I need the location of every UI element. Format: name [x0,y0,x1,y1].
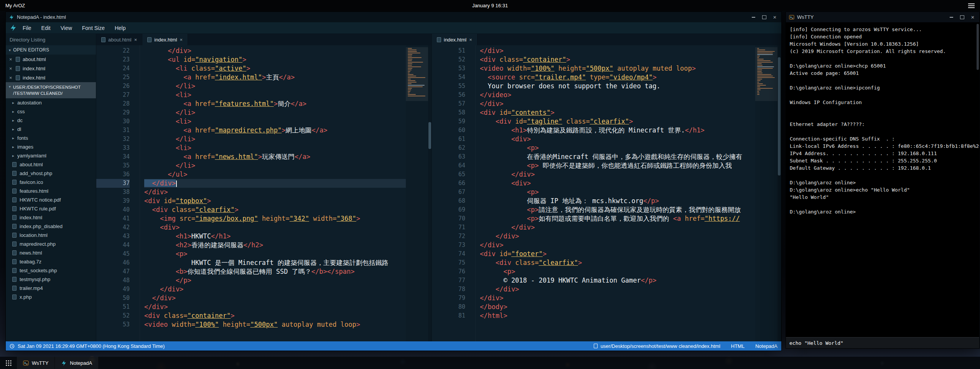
code-line[interactable]: <p> [480,188,755,197]
code-line[interactable]: <a href="mapredirect.php">網上地圖</a> [144,126,406,135]
code-line[interactable]: <div id="contents"> [480,108,755,117]
tree-file-item[interactable]: HKWTC rule.pdf [6,204,96,213]
notepada-minimize-button[interactable] [750,15,757,20]
tree-folder-item[interactable]: ▸dc [6,116,96,125]
open-editor-item[interactable]: ×index.html [6,64,96,73]
code-line[interactable]: <p>請注意，我們的伺服器為確保玩家及遊玩時的質素，我們對的服務開放 [480,205,755,214]
notepada-close-button[interactable]: × [771,15,778,20]
code-line[interactable]: </li> [144,161,406,170]
code-line[interactable]: <video width="100%" height="500px" autop… [480,64,755,73]
menu-item-help[interactable]: Help [110,23,131,33]
open-editor-item[interactable]: ×index.html [6,73,96,82]
tree-file-item[interactable]: trailer.mp4 [6,284,96,293]
code-line[interactable]: <div id="footer"> [480,250,755,258]
tree-file-item[interactable]: index.html [6,213,96,222]
code-line[interactable]: <div class="clearfix"> [144,205,406,214]
code-line[interactable]: </div> [480,241,755,250]
tree-folder-item[interactable]: ▸css [6,107,96,116]
code-line[interactable]: <p> [144,250,406,258]
left-minimap[interactable] [406,45,428,341]
code-line[interactable]: </p> [144,276,406,285]
hamburger-menu-icon[interactable] [968,5,975,6]
wstty-maximize-button[interactable] [959,15,965,20]
code-line[interactable]: <div class="container"> [144,311,406,320]
code-line[interactable]: <p> 即使你不是建築師，你也能透過紅石師或鐵路工程師的身份加入我 [480,161,755,170]
wstty-titlebar[interactable]: WsTTY × [786,12,979,22]
terminal-input[interactable] [789,340,976,346]
code-line[interactable]: 在香港的Minecraft 伺服器中，多為小遊戲和純生存的伺服器，較少擁有 [480,152,755,161]
menu-item-view[interactable]: View [56,23,77,33]
editor-tab-about.html[interactable]: about.html× [96,34,142,45]
code-line[interactable]: <h1>特別為建築及鐵路而設，現代化的 Minecraft 世界.</h1> [480,126,755,135]
tree-file-item[interactable]: features.html [6,187,96,195]
code-line[interactable]: </div> [144,285,406,294]
wstty-minimize-button[interactable] [948,15,955,20]
code-line[interactable]: <li class="active"> [144,64,406,73]
scrollbar-thumb[interactable] [428,122,431,149]
notepada-titlebar[interactable]: NotepadA - index.html × [6,12,781,22]
code-line[interactable]: </div> [144,188,406,197]
code-line[interactable]: <div id="tagline" class="clearfix"> [480,117,755,126]
code-line[interactable]: <ul id="navigation"> [144,55,406,64]
menu-item-file[interactable]: File [18,23,36,33]
code-line[interactable]: </div> [144,179,406,188]
code-line[interactable]: <div> [480,179,755,188]
tree-file-item[interactable]: about.html [6,160,96,169]
tree-file-item[interactable]: location.html [6,231,96,240]
code-line[interactable]: </div> [480,294,755,303]
right-minimap[interactable] [755,45,777,341]
tree-folder-item[interactable]: ▸yamlyamlaml [6,151,96,160]
close-file-icon[interactable]: × [9,56,13,62]
tree-file-item[interactable]: news.html [6,248,96,257]
tree-folder-item[interactable]: ▸images [6,142,96,151]
code-line[interactable]: <div> [144,223,406,232]
code-line[interactable]: </li> [144,135,406,144]
tree-root-item[interactable]: ▾ USER:/DESKTOP/SCREENSHOT/TEST/WWW CLEA… [6,82,96,98]
code-line[interactable]: <div id="topbox"> [144,197,406,205]
code-line[interactable]: </div> [480,46,755,55]
left-scrollbar[interactable] [428,45,432,341]
terminal-scrollbar[interactable] [977,24,979,70]
tree-file-item[interactable]: favicon.ico [6,178,96,187]
code-line[interactable]: </div> [480,223,755,232]
code-line[interactable]: </div> [480,170,755,179]
code-line[interactable]: </div> [480,285,755,294]
right-scrollbar[interactable] [777,45,781,341]
tree-file-item[interactable]: index.php_disabled [6,222,96,231]
code-line[interactable]: </video> [480,91,755,99]
code-line[interactable]: </li> [144,108,406,117]
tab-close-icon[interactable]: × [469,37,472,43]
left-code-area[interactable]: </div> <ul id="navigation"> <li class="a… [140,45,406,341]
menu-item-edit[interactable]: Edit [36,23,56,33]
code-line[interactable]: <h2>香港的建築伺服器</h2> [144,241,406,250]
code-line[interactable]: <img src="images/box.png" height="342" w… [144,214,406,223]
taskbar-item-notepada[interactable]: NotepadA [55,357,99,369]
app-launcher-button[interactable] [0,357,17,369]
code-line[interactable]: <video width="100%" height="500px" autop… [144,320,406,329]
code-line[interactable]: © 2018 - 2019 HKWTC Animation Gamer</p> [480,276,755,285]
statusbar-language-mode[interactable]: HTML [731,343,744,349]
wstty-close-button[interactable]: × [969,15,976,20]
code-line[interactable]: <li> [144,144,406,152]
editor-tab-index.html[interactable]: index.html× [432,34,478,45]
code-line[interactable]: Your browser does not support the video … [480,82,755,91]
tree-file-item[interactable]: add_vhost.php [6,169,96,178]
close-file-icon[interactable]: × [9,75,13,81]
code-line[interactable]: </div> [480,232,755,241]
code-line[interactable]: <p>如有問題或需要申請白名單，歡迎加入我們的 <a href="https:/… [480,214,755,223]
notepada-maximize-button[interactable] [761,15,768,20]
code-line[interactable]: <a href="index.html">主頁</a> [144,73,406,82]
tree-folder-item[interactable]: ▸fonts [6,134,96,142]
code-line[interactable]: </ul> [144,170,406,179]
right-code-area[interactable]: </div><div class="container"><video widt… [476,45,755,341]
open-editor-item[interactable]: ×about.html [6,55,96,64]
code-line[interactable]: <div class="container"> [480,55,755,64]
code-line[interactable]: <div> [480,135,755,144]
tree-folder-item[interactable]: ▸autostation [6,98,96,107]
code-line[interactable]: <b>你知道我們全線伺服器已轉用 SSD 了嗎？</b></span> [144,267,406,276]
tree-file-item[interactable]: teabag.7z [6,257,96,266]
code-line[interactable]: </body> [480,303,755,311]
tree-file-item[interactable]: testmysql.php [6,275,96,284]
code-line[interactable]: </li> [144,82,406,91]
code-line[interactable]: HKWTC 是一個 Minecraft 的建築伺服器，主要建築計劃包括鐵路 [144,258,406,267]
